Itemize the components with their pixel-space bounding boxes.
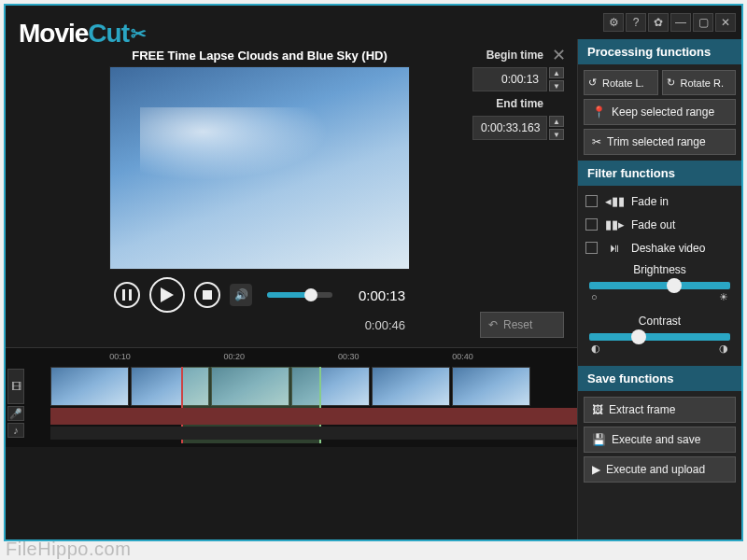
time-inputs: ✕ Begin time 0:00:13 ▲ ▼ End time 0:00:3… bbox=[452, 49, 564, 338]
keep-range-button[interactable]: 📍Keep selected range bbox=[584, 99, 736, 125]
upload-icon: ▶ bbox=[592, 463, 600, 476]
execute-save-button[interactable]: 💾Execute and save bbox=[584, 427, 736, 453]
rotate-right-icon: ↻ bbox=[667, 77, 675, 89]
end-time-input[interactable]: 0:00:33.163 bbox=[472, 116, 547, 140]
svg-rect-1 bbox=[129, 289, 132, 301]
thumbnail[interactable] bbox=[372, 367, 450, 406]
rotate-left-button[interactable]: ↺Rotate L. bbox=[584, 70, 658, 95]
video-track[interactable] bbox=[26, 367, 577, 406]
thumbnail[interactable] bbox=[50, 367, 129, 406]
reset-button[interactable]: ↶ Reset bbox=[480, 312, 564, 338]
track-body[interactable] bbox=[26, 367, 577, 440]
filter-header: Filter functions bbox=[578, 161, 741, 186]
mic-track-icon[interactable]: 🎤 bbox=[7, 406, 24, 421]
watermark: FileHippo.com bbox=[6, 539, 131, 560]
video-track-icon[interactable]: 🎞 bbox=[7, 369, 24, 404]
execute-upload-button[interactable]: ▶Execute and upload bbox=[584, 456, 736, 483]
image-icon: 🖼 bbox=[592, 403, 603, 416]
dim-icon: ○ bbox=[591, 291, 598, 303]
scissors-icon: ✂ bbox=[592, 135, 601, 148]
low-contrast-icon: ◐ bbox=[591, 343, 600, 355]
save-icon: 💾 bbox=[592, 433, 606, 446]
brightness-slider[interactable] bbox=[589, 282, 730, 289]
app-window: MovieCut ✂ ⚙ ? ✿ — ▢ ✕ FREE Time Lapse C… bbox=[4, 4, 743, 541]
scissors-icon: ✂ bbox=[131, 22, 146, 45]
total-time: 0:00:46 bbox=[77, 316, 443, 338]
video-preview[interactable] bbox=[109, 66, 410, 270]
gear-icon[interactable]: ✿ bbox=[648, 13, 669, 32]
svg-rect-2 bbox=[203, 290, 212, 300]
end-down-icon[interactable]: ▼ bbox=[549, 129, 564, 140]
left-pane: FREE Time Lapse Clouds and Blue Sky (HD)… bbox=[6, 39, 577, 539]
trim-range-button[interactable]: ✂Trim selected range bbox=[584, 129, 736, 155]
clip-area: FREE Time Lapse Clouds and Blue Sky (HD)… bbox=[6, 39, 577, 343]
thumbnail[interactable] bbox=[452, 367, 530, 406]
bright-icon: ☀ bbox=[719, 291, 728, 303]
music-track[interactable] bbox=[50, 427, 577, 440]
svg-rect-0 bbox=[122, 289, 125, 301]
deshake-icon: ⏯ bbox=[605, 241, 624, 255]
deshake-row[interactable]: ⏯ Deshake video bbox=[584, 238, 736, 258]
end-time-label: End time bbox=[452, 97, 564, 110]
minimize-icon[interactable]: — bbox=[670, 13, 691, 32]
save-header: Save functions bbox=[578, 366, 741, 391]
timeline-ruler: 00:10 00:20 00:30 00:40 bbox=[6, 352, 577, 367]
begin-time-input[interactable]: 0:00:13 bbox=[472, 67, 547, 91]
contrast-slider[interactable] bbox=[589, 333, 730, 341]
pause-button[interactable] bbox=[114, 282, 140, 308]
high-contrast-icon: ◑ bbox=[719, 343, 728, 355]
close-clip-icon[interactable]: ✕ bbox=[552, 45, 566, 65]
fade-out-row[interactable]: ▮▮▸ Fade out bbox=[584, 215, 736, 234]
begin-up-icon[interactable]: ▲ bbox=[549, 67, 564, 78]
begin-down-icon[interactable]: ▼ bbox=[549, 80, 564, 91]
music-track-icon[interactable]: ♪ bbox=[7, 423, 24, 438]
main-area: FREE Time Lapse Clouds and Blue Sky (HD)… bbox=[6, 39, 741, 539]
begin-time-label: Begin time bbox=[452, 49, 564, 62]
rotate-right-button[interactable]: ↻Rotate R. bbox=[662, 70, 737, 95]
brightness-label: Brightness bbox=[584, 263, 736, 276]
maximize-icon[interactable]: ▢ bbox=[693, 13, 713, 32]
close-icon[interactable]: ✕ bbox=[715, 13, 736, 32]
rotate-left-icon: ↺ bbox=[588, 77, 597, 89]
volume-button[interactable]: 🔊 bbox=[230, 284, 252, 306]
fade-in-icon: ◂▮▮ bbox=[605, 194, 624, 208]
clip-title: FREE Time Lapse Clouds and Blue Sky (HD) bbox=[77, 49, 443, 63]
track-toolbar: 🎞 🎤 ♪ bbox=[6, 367, 26, 440]
app-logo: MovieCut ✂ bbox=[19, 19, 146, 49]
fade-in-row[interactable]: ◂▮▮ Fade in bbox=[584, 191, 736, 211]
extract-frame-button[interactable]: 🖼Extract frame bbox=[584, 397, 736, 423]
audio-track[interactable] bbox=[50, 408, 577, 425]
fade-out-checkbox[interactable] bbox=[585, 218, 598, 231]
end-up-icon[interactable]: ▲ bbox=[549, 116, 564, 127]
current-time: 0:00:13 bbox=[359, 287, 405, 303]
deshake-checkbox[interactable] bbox=[585, 242, 598, 254]
processing-header: Processing functions bbox=[578, 39, 741, 64]
help-icon[interactable]: ? bbox=[626, 13, 646, 32]
volume-slider[interactable] bbox=[267, 292, 332, 298]
contrast-label: Contrast bbox=[584, 315, 736, 328]
undo-icon: ↶ bbox=[488, 318, 498, 331]
stop-button[interactable] bbox=[194, 282, 220, 308]
timeline: 00:10 00:20 00:30 00:40 🎞 🎤 ♪ bbox=[6, 347, 577, 447]
fade-in-checkbox[interactable] bbox=[585, 195, 598, 207]
playback-controls: 🔊 0:00:13 bbox=[77, 270, 443, 316]
play-button[interactable] bbox=[149, 277, 185, 313]
fade-out-icon: ▮▮▸ bbox=[605, 217, 624, 231]
bulb-icon[interactable]: ⚙ bbox=[603, 13, 624, 32]
pin-icon: 📍 bbox=[592, 105, 606, 119]
right-panel: Processing functions ↺Rotate L. ↻Rotate … bbox=[577, 39, 741, 539]
